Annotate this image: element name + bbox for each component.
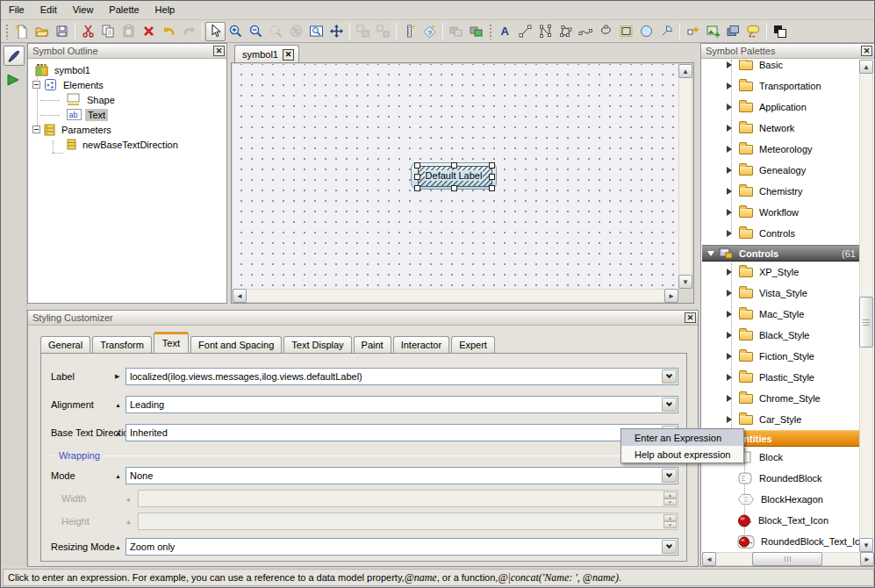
tab-symbol1[interactable]: symbol1 ✕: [234, 45, 299, 63]
expander-icon[interactable]: [727, 61, 732, 68]
undo-button[interactable]: [159, 22, 179, 41]
close-icon[interactable]: ✕: [685, 312, 696, 323]
ungroup-button[interactable]: [373, 22, 393, 41]
palette-item-block-text-icon[interactable]: Block_Text_Icon: [702, 510, 859, 531]
canvas-hscroll[interactable]: [233, 289, 678, 303]
palette-folder-fiction-style[interactable]: Fiction_Style: [702, 346, 859, 367]
polyline-tool-button[interactable]: [535, 22, 556, 41]
alignment-combobox[interactable]: Leading: [126, 396, 678, 413]
cut-button[interactable]: [78, 22, 98, 41]
expander-icon[interactable]: [727, 209, 732, 216]
collapse-arrow-icon[interactable]: ▲: [115, 402, 121, 408]
expander-icon[interactable]: [727, 230, 732, 237]
annotation-button[interactable]: [743, 22, 764, 41]
scroll-left-icon[interactable]: ◄: [702, 552, 716, 566]
palette-item-blockhexagon[interactable]: BlockHexagon: [702, 489, 859, 510]
expander-icon[interactable]: [727, 395, 732, 402]
expander-icon[interactable]: [727, 374, 732, 381]
resize-handle[interactable]: [489, 162, 495, 169]
menu-item-help-about-expression[interactable]: Help about expression: [621, 446, 743, 463]
collapse-icon[interactable]: [32, 125, 40, 133]
resize-handle[interactable]: [414, 162, 420, 169]
palette-folder-mac-style[interactable]: Mac_Style: [702, 304, 859, 325]
scroll-left-icon[interactable]: ◄: [233, 289, 247, 303]
tree-row-parameter1[interactable]: newBaseTextDirection: [63, 137, 181, 152]
redo-button[interactable]: [179, 22, 199, 41]
palette-folder-controls[interactable]: Controls: [702, 223, 859, 244]
snap-button[interactable]: [399, 22, 420, 41]
palette-folder-application[interactable]: Application: [702, 97, 859, 118]
toolbar-grip[interactable]: [5, 24, 9, 39]
menu-view[interactable]: View: [65, 1, 102, 19]
expander-icon[interactable]: [727, 353, 732, 360]
tab-close-icon[interactable]: ✕: [283, 49, 294, 61]
tab-font-and-spacing[interactable]: Font and Spacing: [190, 336, 282, 353]
close-icon[interactable]: ✕: [213, 46, 225, 56]
zoom-in-button[interactable]: [226, 22, 246, 41]
bring-forward-button[interactable]: [466, 22, 486, 41]
run-button[interactable]: [6, 73, 22, 87]
palette-item-roundedblock[interactable]: RoundedBlock: [702, 468, 859, 489]
curve-tool-button[interactable]: [576, 22, 596, 41]
expander-icon[interactable]: [727, 82, 732, 90]
pan-button[interactable]: [326, 22, 347, 41]
open-button[interactable]: [32, 22, 52, 41]
expander-icon[interactable]: [727, 167, 732, 174]
drawing-canvas[interactable]: Default Label: [233, 64, 678, 289]
tab-text-display[interactable]: Text Display: [283, 336, 351, 353]
palette-folder-meteorology[interactable]: Meteorology: [702, 139, 859, 160]
menu-item-enter-an-expression[interactable]: Enter an Expression: [621, 429, 743, 446]
base-text-direction-combobox[interactable]: Inherited: [126, 424, 678, 441]
rectangle-tool-button[interactable]: [616, 22, 636, 41]
chevron-down-icon[interactable]: [662, 540, 677, 554]
tree-row-text[interactable]: ab Text: [63, 107, 108, 122]
tree-row-shape[interactable]: Shape: [63, 92, 118, 107]
hscroll-thumb[interactable]: [752, 552, 822, 566]
layers-button[interactable]: [723, 22, 743, 41]
chevron-down-icon[interactable]: [662, 369, 677, 384]
delete-button[interactable]: [139, 22, 159, 41]
expander-icon[interactable]: [727, 269, 732, 276]
collapse-icon[interactable]: [32, 81, 40, 89]
palette-folder-chemistry[interactable]: Chemistry: [702, 181, 859, 202]
polygon-tool-button[interactable]: [556, 22, 576, 41]
ellipse-tool-button[interactable]: [636, 22, 656, 41]
palette-folder-plastic-style[interactable]: Plastic_Style: [702, 367, 859, 388]
vscroll-thumb[interactable]: [859, 297, 873, 348]
tab-expert[interactable]: Expert: [451, 336, 495, 353]
arc-tool-button[interactable]: [656, 22, 677, 41]
chevron-down-icon[interactable]: [662, 398, 677, 412]
palette-folder-vista-style[interactable]: Vista_Style: [702, 283, 859, 304]
collapse-arrow-icon[interactable]: ▲: [115, 473, 121, 479]
tab-paint[interactable]: Paint: [354, 336, 391, 353]
symbol-outline-titlebar[interactable]: Symbol Outline ✕: [28, 44, 226, 59]
zoom-out-button[interactable]: [246, 22, 266, 41]
expander-icon[interactable]: [727, 416, 732, 423]
copy-button[interactable]: [98, 22, 118, 41]
new-button[interactable]: [11, 22, 32, 41]
query-mode-button[interactable]: ?: [420, 22, 440, 41]
resize-handle[interactable]: [489, 174, 495, 180]
scroll-right-icon[interactable]: ►: [664, 289, 678, 303]
mode-combobox[interactable]: None: [126, 467, 678, 484]
fill-colors-button[interactable]: [770, 22, 790, 41]
overview-button[interactable]: [306, 22, 326, 41]
scroll-right-icon[interactable]: ►: [860, 552, 874, 566]
resize-handle[interactable]: [489, 185, 495, 191]
zoom-area-button[interactable]: [266, 22, 286, 41]
palette-folder-xp-style[interactable]: XP_Style: [702, 262, 859, 283]
chevron-down-icon[interactable]: [662, 469, 677, 483]
close-icon[interactable]: ✕: [861, 46, 872, 56]
palette-folder-black-style[interactable]: Black_Style: [702, 325, 859, 346]
add-point-button[interactable]: [683, 22, 703, 41]
scroll-up-icon[interactable]: ▲: [678, 64, 692, 78]
text-tool-button[interactable]: A: [495, 22, 515, 41]
palette-folder-workflow[interactable]: Workflow: [702, 202, 859, 223]
palette-folder-genealogy[interactable]: Genealogy: [702, 160, 859, 181]
palette-folder-network[interactable]: Network: [702, 118, 859, 139]
palette-folder-basic[interactable]: Basic: [702, 60, 859, 75]
styling-customizer-titlebar[interactable]: Styling Customizer ✕: [28, 311, 698, 326]
resize-handle[interactable]: [451, 185, 457, 191]
tree-row-elements[interactable]: Elements: [32, 77, 106, 92]
style-brush-button[interactable]: [4, 46, 25, 66]
